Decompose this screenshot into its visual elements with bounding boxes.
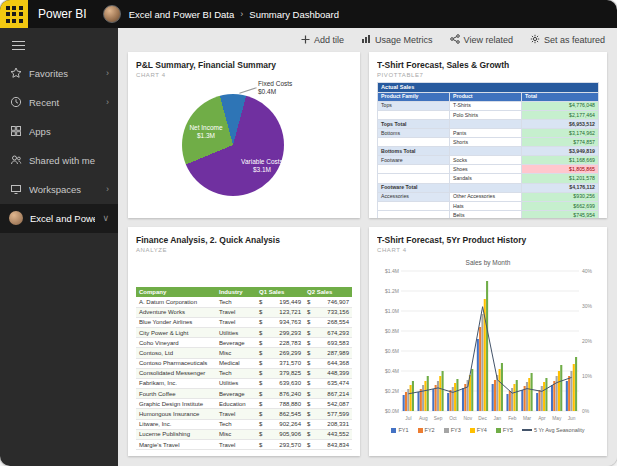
tile-5yr-product-history[interactable]: T-Shirt Forecast, 5Yr Product History CH… [369, 227, 607, 456]
toolbar-add-tile-button[interactable]: Add tile [301, 35, 344, 46]
pivot-total-cell: $662,699 [522, 201, 599, 210]
currency-symbol: $ [259, 330, 262, 336]
pnl-pie-area: Fixed Costs $0.4M Net Income $1.3M Varia… [136, 80, 352, 202]
amount: 228,783 [279, 340, 301, 346]
slice-value: $3.1M [234, 166, 290, 174]
legend-label: FY1 [398, 427, 408, 433]
money-value: $371,570 [259, 360, 301, 366]
sidebar-item-workspaces[interactable]: Workspaces› [0, 175, 118, 204]
related-icon [450, 34, 460, 46]
pivot-product-cell: Pants [450, 128, 522, 137]
pivot-total-cell: $1,168,669 [522, 156, 599, 165]
sidebar-item-favorites[interactable]: Favorites› [0, 59, 118, 88]
tile-pnl-summary[interactable]: P&L Summary, Financial Summary CHART 4 F… [128, 52, 360, 218]
company-cell: Humongous Insurance [136, 409, 216, 419]
tile-finance-analysis[interactable]: Finance Analysis, 2. Quick Analysis ANAL… [128, 227, 360, 456]
company-cell: Graphic Design Institute [136, 399, 216, 409]
clock-icon [9, 96, 22, 109]
currency-symbol: $ [259, 309, 262, 315]
industry-cell: Tech [216, 419, 256, 429]
money-value: $635,474 [307, 380, 349, 386]
svg-text:Aug: Aug [419, 416, 428, 421]
industry-cell: Utilities [216, 327, 256, 337]
pivot-total-cell: $774,857 [522, 138, 599, 147]
amount: 639,630 [279, 380, 301, 386]
sidebar-item-excel-and-power[interactable]: Excel and Power ...∨ [0, 204, 118, 233]
breadcrumb-parent[interactable]: Excel and Power BI Data [129, 9, 235, 20]
svg-text:May: May [552, 416, 562, 421]
shared-icon [9, 154, 22, 167]
company-cell: Fabrikam, Inc. [136, 378, 216, 388]
app-launcher-icon[interactable] [0, 0, 28, 28]
amount: 876,240 [279, 391, 301, 397]
toolbar-set-as-featured-button[interactable]: Set as featured [530, 34, 605, 46]
legend-item-fy4: FY4 [470, 427, 487, 433]
q2-sales-cell: $693,583 [304, 338, 352, 348]
pivot-row: Shoes$1,805,865 [378, 165, 599, 174]
industry-cell: Medical [216, 358, 256, 368]
company-cell: Contoso Pharmaceuticals [136, 358, 216, 368]
company-cell: Blue Yonder Airlines [136, 317, 216, 327]
toolbar-view-related-button[interactable]: View related [450, 34, 513, 46]
tile-title: P&L Summary, Financial Summary [136, 60, 352, 70]
pivot-row: Belts$745,954 [378, 210, 599, 218]
q1-sales-cell: $902,264 [256, 419, 304, 429]
tile-tshirt-forecast-pivot[interactable]: T-Shirt Forecast, Sales & Growth PIVOTTA… [369, 52, 607, 218]
money-value: $843,834 [307, 442, 349, 448]
sidebar-item-apps[interactable]: Apps [0, 117, 118, 146]
toolbar-usage-metrics-button[interactable]: Usage Metrics [361, 34, 433, 46]
brand-logo: Power BI [38, 7, 87, 21]
tile-subtitle: PIVOTTABLE7 [377, 72, 599, 78]
amount: 788,880 [279, 401, 301, 407]
q2-sales-cell: $268,554 [304, 317, 352, 327]
legend-label: FY5 [503, 427, 513, 433]
currency-symbol: $ [259, 319, 262, 325]
workspaces-icon [9, 183, 22, 196]
money-value: $268,554 [307, 319, 349, 325]
breadcrumb-current: Summary Dashboard [249, 9, 339, 20]
industry-cell: Misc [216, 429, 256, 439]
hamburger-menu-icon[interactable] [0, 28, 118, 59]
svg-text:$1.0M: $1.0M [385, 308, 399, 314]
sidebar-item-recent[interactable]: Recent› [0, 88, 118, 117]
q2-sales-cell: $674,293 [304, 327, 352, 337]
pivot-total-cell: $4,176,112 [522, 183, 599, 192]
amount: 448,399 [327, 370, 349, 376]
amount: 293,570 [279, 442, 301, 448]
money-value: $195,449 [259, 299, 301, 305]
table-row: City Power & LightUtilities$299,293$674,… [136, 327, 352, 337]
pivot-product-cell [450, 183, 522, 192]
svg-text:Feb: Feb [508, 416, 517, 421]
q2-sales-cell: $843,834 [304, 440, 352, 450]
money-value: $287,989 [307, 350, 349, 356]
chevron-icon: › [106, 68, 109, 78]
svg-text:20%: 20% [582, 338, 593, 344]
industry-cell: Tech [216, 297, 256, 307]
currency-symbol: $ [307, 319, 310, 325]
table-row: Humongous InsuranceTravel$862,545$577,59… [136, 409, 352, 419]
svg-text:$0.8M: $0.8M [385, 328, 399, 334]
money-value: $876,240 [259, 391, 301, 397]
pivot-family-cell: Tops [378, 101, 450, 110]
svg-text:Sep: Sep [434, 416, 443, 421]
sidebar-item-label: Recent [29, 97, 99, 108]
amount: 268,554 [327, 319, 349, 325]
legend-swatch [418, 428, 423, 433]
sidebar-item-label: Favorites [29, 68, 99, 79]
pie-leader-line [239, 87, 256, 94]
amount: 862,545 [279, 411, 301, 417]
q1-sales-cell: $123,721 [256, 307, 304, 317]
x-axis-labels: JulAugSepOctNovDecJanFebMarAprMayJun [405, 416, 575, 421]
pnl-pie-chart[interactable] [182, 94, 284, 196]
svg-text:0%: 0% [582, 408, 590, 414]
table-row: Coho VineyardBeverage$228,783$693,583 [136, 338, 352, 348]
currency-symbol: $ [259, 380, 262, 386]
pivot-total-cell: $4,776,048 [522, 101, 599, 110]
svg-text:$1.2M: $1.2M [385, 288, 399, 294]
slice-value: $1.3M [180, 132, 232, 140]
legend-item-fy3: FY3 [444, 427, 461, 433]
currency-symbol: $ [259, 370, 262, 376]
sidebar-item-shared-with-me[interactable]: Shared with me [0, 146, 118, 175]
pivot-product-cell: Sandals [450, 174, 522, 183]
avatar[interactable] [103, 5, 121, 23]
